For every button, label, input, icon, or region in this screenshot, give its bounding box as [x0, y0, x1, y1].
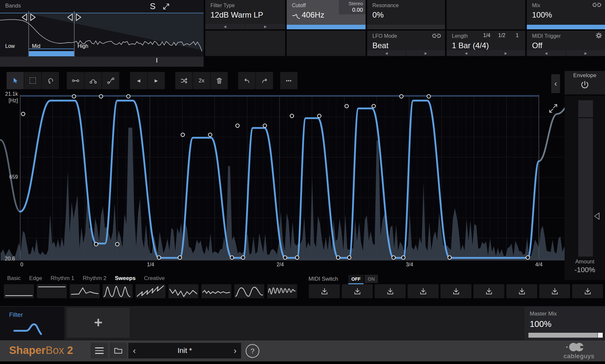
- master-mix-label: Master Mix: [530, 311, 557, 317]
- resonance-value[interactable]: 0%: [372, 10, 384, 20]
- mix-link-icon[interactable]: [592, 2, 602, 8]
- preset-field[interactable]: ‹ Init * ›: [128, 343, 241, 358]
- master-mix-value[interactable]: 100%: [530, 319, 552, 329]
- bands-spectrum-display[interactable]: [0, 0, 204, 67]
- download-wave-slot-8[interactable]: [539, 284, 570, 298]
- midi-trigger-next-button[interactable]: ▶: [567, 50, 605, 56]
- lfo-mode-prev-button[interactable]: ◀: [367, 50, 406, 56]
- mix-value[interactable]: 100%: [532, 10, 552, 20]
- envelope-slider-divider: [578, 117, 593, 118]
- envelope-power-icon[interactable]: [579, 80, 590, 91]
- length-quick-one[interactable]: 1: [516, 33, 519, 38]
- filter-type-value[interactable]: 12dB Warm LP: [210, 10, 263, 20]
- envelope-slider-track[interactable]: [578, 100, 593, 257]
- tab-creative[interactable]: Creative: [144, 275, 165, 282]
- download-wave-slot-6[interactable]: [473, 284, 504, 298]
- download-wave-slot-9[interactable]: [572, 284, 603, 298]
- download-wave-slot-3[interactable]: [375, 284, 406, 298]
- envelope-header: Envelope: [565, 71, 605, 94]
- filter-type-panel[interactable]: Filter Type 12dB Warm LP ◀ ▶: [205, 0, 285, 29]
- help-button[interactable]: ?: [246, 344, 259, 358]
- master-mix-panel[interactable]: Master Mix 100%: [525, 307, 605, 340]
- lfo-mode-value[interactable]: Beat: [372, 41, 388, 50]
- lfo-link-icon[interactable]: [432, 33, 441, 39]
- editor-expand-icon[interactable]: [548, 102, 558, 115]
- mix-slider[interactable]: [527, 25, 605, 29]
- tab-basic[interactable]: Basic: [7, 275, 21, 282]
- bands-solo-button[interactable]: S: [150, 1, 155, 11]
- length-quick-half[interactable]: 1/2: [498, 33, 505, 38]
- add-shaper-button[interactable]: +: [67, 308, 130, 338]
- wave-preset-thumb-2[interactable]: [37, 284, 67, 298]
- resonance-label: Resonance: [372, 3, 399, 8]
- wave-preset-thumb-1[interactable]: [4, 284, 34, 298]
- settings-gear-icon[interactable]: [595, 32, 602, 39]
- cutoff-slider[interactable]: [287, 25, 366, 29]
- filter-type-label: Filter Type: [210, 3, 235, 8]
- midi-switch-off-button[interactable]: OFF: [348, 275, 364, 283]
- midi-trigger-panel[interactable]: MIDI Trigger Off ◀ ▶: [527, 31, 605, 56]
- bands-expand-icon[interactable]: [162, 3, 170, 10]
- download-wave-slot-4[interactable]: [408, 284, 439, 298]
- master-mix-slider-handle[interactable]: [598, 333, 603, 338]
- filter-type-next-button[interactable]: ▶: [246, 24, 285, 29]
- cutoff-value[interactable]: 406Hz: [302, 10, 324, 20]
- logo-box: Box: [46, 344, 64, 356]
- wave-preset-thumb-8[interactable]: [234, 284, 264, 298]
- download-wave-slot-1[interactable]: [309, 284, 340, 298]
- lfo-wave-editor[interactable]: [0, 80, 573, 260]
- length-value[interactable]: 1 Bar (4/4): [452, 41, 489, 50]
- mid-band-active-bar[interactable]: [29, 51, 74, 56]
- midi-trigger-prev-button[interactable]: ◀: [527, 50, 566, 56]
- freq-unit-label: [Hz]: [1, 98, 18, 104]
- logo-shaper: Shaper: [9, 344, 46, 356]
- download-wave-slot-7[interactable]: [506, 284, 537, 298]
- amount-value[interactable]: -100%: [565, 266, 605, 274]
- envelope-amount-handle[interactable]: [593, 212, 600, 220]
- preset-prev-button[interactable]: ‹: [133, 346, 136, 356]
- midi-switch-on-button[interactable]: ON: [365, 275, 378, 283]
- midi-trigger-value[interactable]: Off: [532, 41, 542, 50]
- resonance-panel[interactable]: Resonance 0%: [367, 0, 445, 29]
- length-panel[interactable]: Length 1/4 1/2 1 1 Bar (4/4) ◀ ▶: [447, 31, 525, 56]
- filter-tab-label: Filter: [9, 311, 23, 318]
- lfo-mode-next-button[interactable]: ▶: [407, 50, 445, 56]
- mix-panel[interactable]: Mix 100%: [527, 0, 605, 29]
- stereo-box[interactable]: Stereo 0.00: [339, 0, 366, 14]
- master-mix-slider[interactable]: [528, 333, 603, 338]
- wave-preset-thumb-3[interactable]: [70, 284, 100, 298]
- stereo-value[interactable]: 0.00: [352, 7, 363, 13]
- wave-preset-thumb-6[interactable]: [168, 284, 198, 298]
- lfo-mode-panel[interactable]: LFO Mode Beat ◀ ▶: [367, 31, 445, 56]
- wave-preset-thumb-7[interactable]: [201, 284, 231, 298]
- filter-type-prev-button[interactable]: ◀: [205, 24, 245, 29]
- preset-name[interactable]: Init *: [128, 346, 241, 355]
- shaperbox-window: Bands Low Mid High S Filter Type 12dB Wa…: [0, 0, 605, 364]
- preset-browser-button[interactable]: [109, 343, 127, 358]
- download-wave-slot-5[interactable]: [440, 284, 471, 298]
- menu-button[interactable]: [91, 343, 108, 358]
- shaper-tab-filter[interactable]: Filter: [0, 307, 65, 340]
- download-icon: [551, 287, 559, 295]
- download-wave-slot-2[interactable]: [342, 284, 373, 298]
- preset-next-button[interactable]: ›: [234, 346, 237, 356]
- wave-preset-thumb-5[interactable]: [136, 284, 166, 298]
- length-prev-button[interactable]: ◀: [447, 50, 485, 56]
- cableguys-logo-icon[interactable]: [566, 342, 586, 353]
- length-next-button[interactable]: ▶: [486, 50, 525, 56]
- tab-rhythm-2[interactable]: Rhythm 2: [83, 275, 107, 282]
- lfo-mode-label: LFO Mode: [372, 33, 397, 39]
- tab-sweeps[interactable]: Sweeps: [115, 275, 136, 282]
- cutoff-panel[interactable]: Cutoff Stereo 0.00 406Hz: [287, 0, 366, 29]
- resonance-slider[interactable]: [367, 25, 445, 29]
- band-wedge: [26, 13, 204, 50]
- lowpass-curve-icon: [292, 13, 300, 20]
- download-icon: [419, 287, 427, 295]
- tab-rhythm-1[interactable]: Rhythm 1: [50, 275, 74, 282]
- download-icon: [321, 287, 328, 295]
- tab-edge[interactable]: Edge: [29, 275, 42, 282]
- wave-preset-thumb-9[interactable]: [267, 284, 297, 298]
- envelope-collapse-button[interactable]: ‹: [551, 74, 560, 93]
- length-quick-quarter[interactable]: 1/4: [483, 33, 490, 38]
- wave-preset-thumb-4[interactable]: [103, 284, 133, 298]
